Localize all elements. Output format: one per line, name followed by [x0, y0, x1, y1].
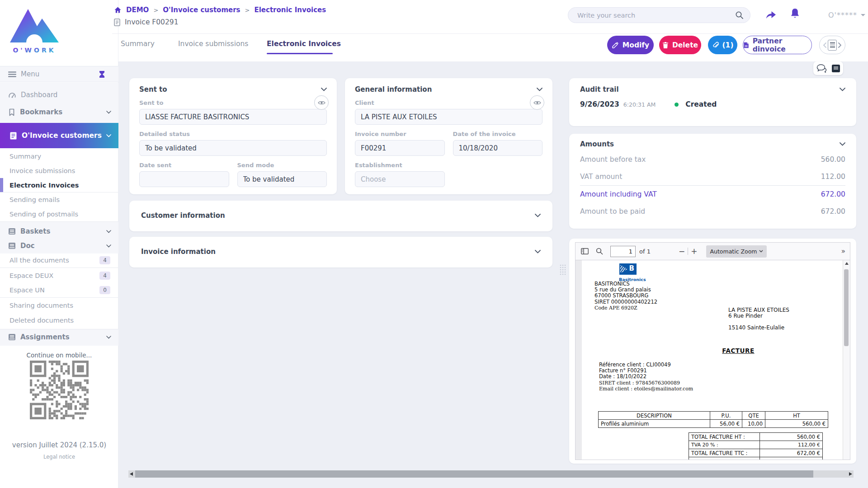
chevron-down-icon[interactable]	[535, 214, 541, 217]
send-mode-input[interactable]	[237, 171, 327, 187]
pdf-more-tools-icon[interactable]: »	[841, 247, 845, 255]
chevron-down-icon	[106, 134, 111, 137]
global-search	[568, 7, 750, 23]
invoice-date-input[interactable]	[453, 140, 543, 156]
date-sent-input[interactable]	[139, 171, 229, 187]
establishment-select[interactable]	[355, 171, 445, 187]
record-list-icon[interactable]	[828, 40, 837, 51]
svg-text:O'WORK: O'WORK	[13, 47, 56, 54]
sidebar-menu-toggle[interactable]: Menu	[0, 66, 118, 82]
sidebar-subitem-all-documents[interactable]: All the documents 4	[0, 253, 118, 268]
scrollbar-thumb[interactable]	[844, 269, 849, 346]
client-input[interactable]	[355, 109, 542, 125]
scroll-left-arrow[interactable]	[130, 472, 133, 476]
zoom-out-button[interactable]: −	[676, 247, 688, 256]
tab-summary[interactable]: Summary	[121, 40, 155, 48]
pdf-vertical-scrollbar[interactable]	[843, 260, 850, 460]
partner-invoice-button[interactable]: Partner dinvoice	[743, 36, 812, 54]
chevron-down-icon[interactable]	[840, 88, 845, 91]
search-input[interactable]	[576, 11, 735, 19]
sidebar-subitem-sending-emails[interactable]: Sending emails	[0, 192, 118, 207]
eye-icon[interactable]	[530, 95, 544, 110]
chevron-down-icon[interactable]	[321, 88, 327, 91]
resize-handle[interactable]	[559, 264, 566, 276]
sidebar-subitem-espace-deux[interactable]: Espace DEUX 4	[0, 268, 118, 283]
sidebar-subitem-sharing-documents[interactable]: Sharing documents	[0, 298, 118, 313]
hourglass-icon[interactable]	[99, 70, 105, 78]
sidebar-subitem-espace-un[interactable]: Espace UN 0	[0, 283, 118, 298]
horizontal-scrollbar[interactable]	[128, 470, 854, 478]
sidebar-subitem-invoice-submissions[interactable]: Invoice submissions	[0, 164, 118, 178]
pdf-find-icon[interactable]	[596, 248, 603, 255]
sidebar-subitem-deleted-documents[interactable]: Deleted documents	[0, 313, 118, 328]
sidebar-item-assignments[interactable]: Assignments	[0, 329, 118, 345]
app-window: O'WORK Menu Dashboard Bookmarks	[0, 0, 868, 488]
user-menu[interactable]: O'*****	[828, 11, 865, 19]
tab-invoice-submissions[interactable]: Invoice submissions	[178, 40, 248, 48]
breadcrumb-electronic-invoices[interactable]: Electronic Invoices	[254, 6, 326, 14]
field-label: Client	[355, 99, 542, 106]
invoice-number-input[interactable]	[355, 140, 445, 156]
sent-to-header[interactable]: Sent to	[139, 85, 327, 94]
invoice-doc-title: FACTURE	[691, 348, 786, 354]
table-row: Profilés aluminium 56,00 € 10,00 560,00 …	[599, 420, 828, 428]
invoice-info-header[interactable]: Invoice information	[141, 248, 541, 256]
chevron-left-icon[interactable]	[823, 42, 826, 48]
general-info-header[interactable]: General information	[355, 85, 542, 94]
sidebar-subitem-electronic-invoices[interactable]: Electronic Invoices	[0, 178, 118, 192]
header-divider	[112, 33, 868, 34]
home-icon[interactable]	[114, 6, 122, 14]
chevron-down-icon[interactable]	[535, 250, 541, 253]
sidebar-subitem-sending-postmails[interactable]: Sending of postmails	[0, 207, 118, 221]
zoom-in-button[interactable]: +	[688, 247, 700, 256]
invoice-info-card: Invoice information	[129, 237, 552, 267]
attachments-button[interactable]: (1)	[708, 36, 737, 54]
customer-info-card: Customer information	[129, 201, 552, 231]
continue-mobile-label: Continue on mobile...	[0, 352, 118, 359]
general-info-card: General information Client Invoice numbe…	[345, 78, 552, 194]
invoice-totals-table: TOTAL FACTURE HT : 560,00 € TVA 20 % : 1…	[689, 432, 823, 460]
journal-icon[interactable]	[831, 64, 840, 73]
chevron-down-icon	[106, 230, 111, 233]
panel-tools	[813, 61, 843, 75]
delete-button[interactable]: Delete	[659, 36, 701, 54]
comments-icon[interactable]	[816, 64, 827, 73]
chevron-down-icon[interactable]	[537, 88, 542, 91]
search-icon[interactable]	[735, 11, 744, 19]
breadcrumb-home[interactable]: DEMO	[126, 6, 149, 14]
sidebar-item-doc[interactable]: Doc	[0, 239, 118, 253]
pdf-sidebar-toggle-icon[interactable]	[581, 248, 589, 254]
pdf-zoom-select[interactable]: Automatic Zoom	[706, 245, 767, 258]
paperclip-icon	[712, 42, 719, 49]
eye-icon[interactable]	[314, 95, 329, 110]
pdf-page-input[interactable]	[610, 246, 636, 257]
share-icon[interactable]	[765, 9, 777, 22]
sidebar-item-bookmarks[interactable]: Bookmarks	[0, 104, 118, 120]
notifications-bell-icon[interactable]	[789, 8, 801, 22]
chevron-down-icon	[106, 336, 111, 339]
customer-info-header[interactable]: Customer information	[141, 211, 541, 220]
amounts-header[interactable]: Amounts	[580, 140, 845, 148]
sent-to-input[interactable]	[139, 109, 327, 125]
scrollbar-thumb[interactable]	[135, 470, 813, 478]
audit-date: 9/26/2023	[580, 100, 619, 108]
scroll-right-arrow[interactable]	[849, 472, 852, 476]
book-icon	[8, 333, 16, 341]
pdf-file-icon	[743, 42, 749, 49]
detailed-status-input[interactable]	[139, 140, 327, 156]
sidebar-subitem-summary[interactable]: Summary	[0, 149, 118, 164]
sidebar-item-dashboard[interactable]: Dashboard	[0, 87, 118, 103]
breadcrumb-oinvoice-customers[interactable]: O'Invoice customers	[163, 6, 240, 14]
scroll-up-arrow[interactable]	[845, 262, 849, 265]
legal-notice-link[interactable]: Legal notice	[0, 454, 118, 460]
count-badge: 4	[99, 256, 110, 264]
menu-label: Menu	[21, 70, 39, 78]
modify-button[interactable]: Modify	[607, 36, 654, 54]
section-title: Sent to	[139, 85, 167, 94]
audit-trail-header[interactable]: Audit trail	[580, 85, 845, 94]
tab-electronic-invoices[interactable]: Electronic Invoices	[267, 40, 341, 48]
sidebar-item-baskets[interactable]: Baskets	[0, 224, 118, 239]
sidebar-item-oinvoice-customers[interactable]: O'Invoice customers	[0, 123, 118, 148]
chevron-right-icon[interactable]	[838, 42, 842, 48]
chevron-down-icon[interactable]	[840, 142, 845, 146]
